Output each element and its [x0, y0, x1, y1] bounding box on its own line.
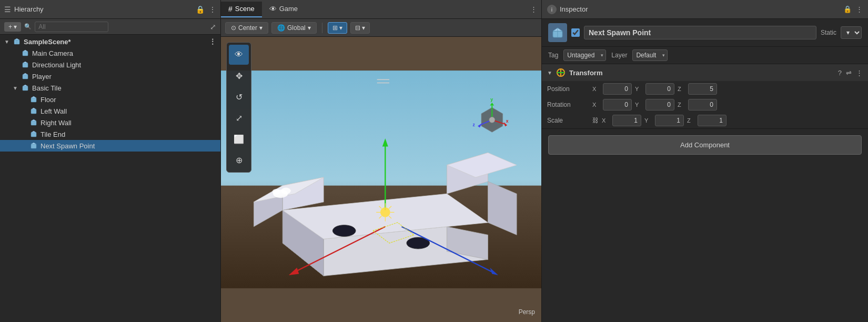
- cube-icon: [29, 130, 38, 138]
- hierarchy-item-player[interactable]: Player: [0, 71, 220, 82]
- global-dropdown-arrow: ▾: [308, 24, 311, 32]
- scale-x-field[interactable]: [612, 115, 641, 126]
- lock-icon[interactable]: 🔒: [843, 5, 852, 13]
- add-button[interactable]: + ▾: [4, 22, 21, 32]
- search-input[interactable]: [35, 22, 108, 32]
- game-tab-icon: 👁: [269, 5, 277, 13]
- hierarchy-header-icons: 🔒 ⋮: [196, 5, 216, 14]
- svg-text:z: z: [473, 122, 476, 127]
- scene-panel-more-icon[interactable]: ⋮: [530, 5, 541, 13]
- overlay-rotate-button[interactable]: ↺: [229, 87, 249, 107]
- lock-icon[interactable]: 🔒: [196, 5, 205, 14]
- svg-point-58: [489, 117, 495, 123]
- overlay-eye-button[interactable]: 👁: [229, 45, 249, 65]
- scale-z-field[interactable]: [698, 115, 726, 126]
- hierarchy-item-tile-end[interactable]: Tile End: [0, 128, 220, 140]
- transform-title: Transform: [569, 69, 835, 77]
- global-label: Global: [287, 24, 306, 32]
- inspector-header: i Inspector 🔒 ⋮: [542, 0, 868, 19]
- overlay-transform-button[interactable]: ⊕: [229, 150, 249, 170]
- rotation-z-field[interactable]: [688, 99, 717, 110]
- svg-rect-15: [31, 121, 36, 125]
- hierarchy-toolbar: + ▾ 🔍 ⤢: [0, 19, 220, 35]
- hierarchy-item-main-camera[interactable]: Main Camera: [0, 47, 220, 59]
- global-button[interactable]: 🌐 Global ▾: [271, 22, 317, 34]
- tag-dropdown[interactable]: Untagged: [563, 49, 606, 61]
- hierarchy-item-floor[interactable]: Floor: [0, 94, 220, 105]
- svg-rect-5: [23, 63, 28, 67]
- more-options-icon[interactable]: ⋮: [856, 5, 863, 13]
- hierarchy-list: ▼ SampleScene* ⋮ Main Camera: [0, 35, 220, 322]
- gizmo-grid-button[interactable]: ⊞ ▾: [328, 22, 347, 34]
- position-fields: X Y Z: [592, 83, 863, 95]
- position-z-field[interactable]: [688, 83, 717, 95]
- cube-icon: [21, 49, 29, 57]
- transform-more-icon[interactable]: ⋮: [856, 69, 863, 77]
- layer-dropdown-wrapper[interactable]: Default ▾: [632, 49, 668, 61]
- position-row: Position X Y Z: [542, 81, 868, 97]
- position-y-field[interactable]: [645, 83, 674, 95]
- rot-z-label: Z: [678, 102, 685, 108]
- static-dropdown[interactable]: ▾: [841, 26, 862, 39]
- center-button[interactable]: ⊙ Center ▾: [225, 22, 268, 34]
- scene-tabs: # Scene 👁 Game ⋮: [221, 0, 541, 19]
- scene-options-icon[interactable]: ⋮: [209, 37, 216, 46]
- more-options-icon[interactable]: ⋮: [209, 5, 216, 14]
- transform-section: ▼ Transform ? ⇌ ⋮ Position X Y Z: [542, 64, 868, 129]
- tab-scene[interactable]: # Scene: [221, 2, 262, 17]
- item-label: Next Spawn Point: [41, 142, 95, 150]
- expand-arrow: ▼: [13, 85, 20, 91]
- transform-settings-icon[interactable]: ⇌: [846, 69, 852, 77]
- rotation-x-field[interactable]: [603, 99, 632, 110]
- scene-expand-arrow: ▼: [4, 39, 12, 45]
- scene-3d-view: x y z 👁 ✥ ↺ ⤢ ⬜ ⊕ Per: [221, 37, 541, 322]
- rotation-y-field[interactable]: [645, 99, 674, 110]
- overlay-move-button[interactable]: ✥: [229, 66, 249, 86]
- item-label: Directional Light: [32, 61, 81, 69]
- hierarchy-item-basic-tile[interactable]: ▼ Basic Tile: [0, 82, 220, 94]
- scale-y-field[interactable]: [655, 115, 684, 126]
- object-row: Static ▾: [542, 19, 868, 47]
- hierarchy-item-directional-light[interactable]: Directional Light: [0, 59, 220, 71]
- tag-dropdown-wrapper[interactable]: Untagged ▾: [563, 49, 606, 61]
- hierarchy-panel: ☰ Hierarchy 🔒 ⋮ + ▾ 🔍 ⤢ ▼ SampleScene*: [0, 0, 221, 322]
- hierarchy-item-right-wall[interactable]: Right Wall: [0, 117, 220, 128]
- hierarchy-item-next-spawn-point[interactable]: Next Spawn Point: [0, 140, 220, 152]
- scene-viewport[interactable]: x y z 👁 ✥ ↺ ⤢ ⬜ ⊕ Per: [221, 37, 541, 322]
- cube-icon: [21, 72, 29, 80]
- tab-scene-label: Scene: [235, 5, 255, 13]
- info-icon: i: [547, 5, 557, 14]
- object-name-field[interactable]: [584, 26, 816, 39]
- item-label: Right Wall: [41, 119, 72, 127]
- overlay-rect-button[interactable]: ⬜: [229, 129, 249, 149]
- scale-fields: ⛓ X Y Z: [592, 115, 863, 126]
- object-enabled-checkbox[interactable]: [571, 28, 580, 37]
- svg-marker-10: [23, 85, 28, 86]
- scale-link-icon[interactable]: ⛓: [592, 117, 599, 124]
- hamburger-icon: ☰: [4, 5, 11, 14]
- scene-tab-icon: #: [228, 5, 233, 13]
- expand-view-icon[interactable]: ⤢: [210, 23, 216, 31]
- hierarchy-item-left-wall[interactable]: Left Wall: [0, 105, 220, 117]
- center-label: Center: [238, 24, 257, 32]
- cube-icon: [29, 142, 38, 150]
- overlay-scale-button[interactable]: ⤢: [229, 108, 249, 128]
- gizmo-snap-button[interactable]: ⊟ ▾: [350, 22, 370, 34]
- layer-label: Layer: [611, 52, 627, 59]
- rotation-row: Rotation X Y Z: [542, 97, 868, 113]
- tag-label: Tag: [548, 52, 558, 59]
- scale-label: Scale: [547, 117, 589, 124]
- transform-expand-arrow: ▼: [547, 70, 552, 76]
- position-x-field[interactable]: [603, 83, 632, 95]
- add-component-button[interactable]: Add Component: [548, 135, 862, 155]
- layer-dropdown[interactable]: Default: [632, 49, 668, 61]
- transform-help-icon[interactable]: ?: [838, 69, 842, 77]
- toolbar-separator: [322, 23, 322, 33]
- center-dropdown-arrow: ▾: [259, 24, 263, 32]
- scene-root[interactable]: ▼ SampleScene* ⋮: [0, 36, 220, 47]
- gizmo-snap-dropdown-arrow: ▾: [362, 24, 365, 32]
- transform-section-header[interactable]: ▼ Transform ? ⇌ ⋮: [542, 64, 868, 81]
- tab-game[interactable]: 👁 Game: [262, 2, 305, 17]
- pos-z-label: Z: [678, 86, 685, 92]
- inspector-title: Inspector: [560, 5, 588, 13]
